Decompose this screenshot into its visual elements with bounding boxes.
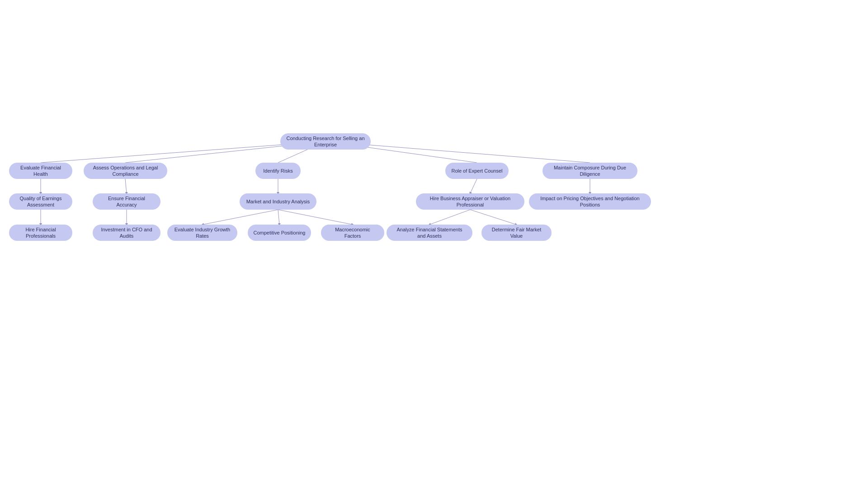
svg-line-10 bbox=[203, 210, 278, 225]
node-efh: Evaluate Financial Health bbox=[9, 163, 72, 179]
node-ir: Identify Risks bbox=[255, 163, 301, 179]
node-afsa: Analyze Financial Statements and Assets bbox=[387, 225, 472, 241]
node-iponp: Impact on Pricing Objectives and Negotia… bbox=[529, 193, 651, 210]
node-roec: Role of Expert Counsel bbox=[445, 163, 509, 179]
node-mia: Market and Industry Analysis bbox=[240, 193, 316, 210]
node-efa: Ensure Financial Accuracy bbox=[93, 193, 160, 210]
svg-line-7 bbox=[125, 179, 127, 193]
connections-svg bbox=[0, 0, 868, 488]
svg-line-15 bbox=[470, 210, 516, 225]
node-root: Conducting Research for Selling an Enter… bbox=[280, 133, 371, 150]
node-mcdd: Maintain Composure During Due Diligence bbox=[542, 163, 637, 179]
diagram-container: Conducting Research for Selling an Enter… bbox=[0, 0, 868, 488]
node-aolc: Assess Operations and Legal Compliance bbox=[84, 163, 167, 179]
node-dfmv: Determine Fair Market Value bbox=[481, 225, 552, 241]
svg-line-14 bbox=[429, 210, 470, 225]
node-cp: Competitive Positioning bbox=[248, 225, 311, 241]
svg-line-11 bbox=[278, 210, 279, 225]
node-eigr: Evaluate Industry Growth Rates bbox=[167, 225, 237, 241]
node-qoe: Quality of Earnings Assessment bbox=[9, 193, 72, 210]
node-icfoa: Investment in CFO and Audits bbox=[93, 225, 160, 241]
node-mef: Macroeconomic Factors bbox=[321, 225, 384, 241]
svg-line-13 bbox=[470, 179, 477, 193]
svg-line-12 bbox=[278, 210, 353, 225]
node-hbavp: Hire Business Appraiser or Valuation Pro… bbox=[416, 193, 524, 210]
node-hfp: Hire Financial Professionals bbox=[9, 225, 72, 241]
